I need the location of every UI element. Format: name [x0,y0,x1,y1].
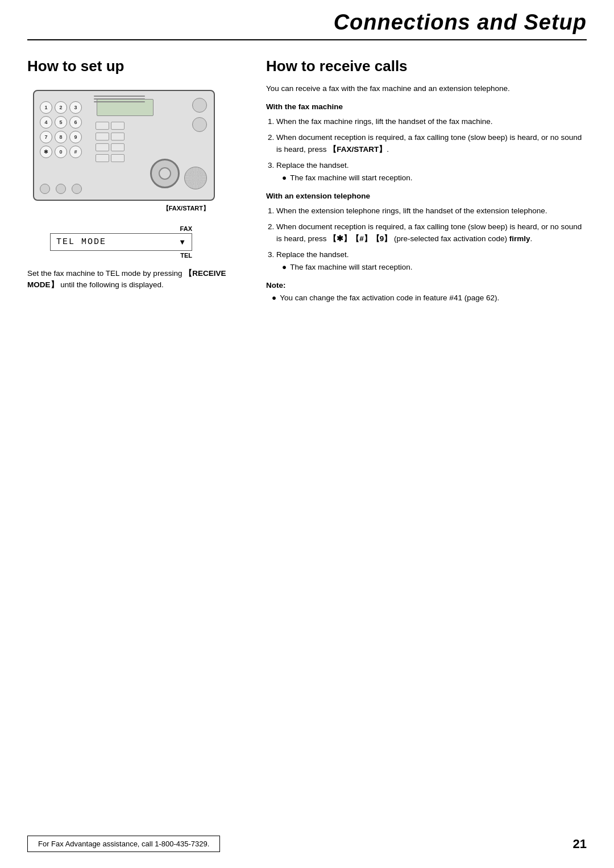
footer: For Fax Advantage assistance, call 1-800… [27,836,587,852]
fax-nav-wheel [150,159,180,188]
note-bullet-1: You can change the fax activation code i… [272,292,587,304]
fax-right-buttons [192,98,207,132]
fax-btn-7 [96,154,109,162]
fax-btn-4 [111,133,125,140]
fax-indicator-label: FAX [180,225,192,232]
key-star: ✱ [40,146,52,158]
fax-btn-3 [96,133,109,140]
key-3: 3 [69,101,82,114]
footer-assistance-text: For Fax Advantage assistance, call 1-800… [38,840,209,848]
key-0: 0 [55,146,67,158]
tel-mode-display-box: TEL MODE ▼ [50,233,192,251]
ext-bullet-list: The fax machine will start reception. [282,261,587,274]
header: Connections and Setup [0,0,614,35]
fax-keypad: 1 2 3 4 5 6 7 8 9 ✱ 0 # [40,101,82,158]
tel-indicator-label: TEL [50,252,192,259]
content-area: How to set up 【RECEIVE MODE】 1 2 [0,40,614,304]
tel-mode-arrow: ▼ [179,238,186,246]
right-section-heading: How to receive calls [266,57,587,75]
ext-step-3: Replace the handset. The fax machine wil… [276,249,587,273]
key-8: 8 [55,131,67,143]
fax-machine-illustration: 1 2 3 4 5 6 7 8 9 ✱ 0 # [33,90,215,201]
note-heading: Note: [266,281,587,290]
extension-section: With an extension telephone When the ext… [266,192,587,273]
footer-page-number: 21 [573,837,587,852]
fax-start-label: 【FAX/START】 [163,205,209,212]
footer-assistance: For Fax Advantage assistance, call 1-800… [27,836,220,852]
fax-line-2 [94,98,145,100]
page-container: Connections and Setup How to set up 【REC… [0,0,614,868]
fax-bullet-1: The fax machine will start reception. [282,172,587,184]
fax-bottom-area [40,184,82,194]
fax-line-1 [94,96,145,97]
key-7: 7 [40,131,52,143]
key-1: 1 [40,101,52,114]
fax-bottom-circle-3 [72,184,82,194]
extension-subheading: With an extension telephone [266,192,587,200]
fax-bullet-list: The fax machine will start reception. [282,172,587,184]
key-4: 4 [40,116,52,129]
key-6: 6 [69,116,82,129]
fax-speaker [184,167,207,189]
fax-btn-6 [111,143,125,151]
note-bullet-list: You can change the fax activation code i… [272,292,587,304]
fax-diagram-wrapper: 【RECEIVE MODE】 1 2 3 4 5 6 [33,90,226,259]
tel-mode-display-text: TEL MODE [56,237,106,247]
extension-steps: When the extension telephone rings, lift… [276,205,587,273]
ext-bullet-1: The fax machine will start reception. [282,261,587,274]
right-column: How to receive calls You can receive a f… [266,57,587,304]
left-column: How to set up 【RECEIVE MODE】 1 2 [27,57,243,304]
key-9: 9 [69,131,82,143]
fax-btn-2 [111,122,125,130]
key-5: 5 [55,116,67,129]
ext-step-2: When document reception is required, a f… [276,221,587,245]
fax-btn-1 [96,122,109,130]
fax-btn-5 [96,143,109,151]
fax-btn-8 [111,154,125,162]
page-title: Connections and Setup [334,10,587,34]
key-hash: # [69,146,82,158]
fax-nav-wheel-inner [159,167,171,180]
tel-mode-container: FAX TEL MODE ▼ TEL [50,225,209,259]
fax-right-btn-1 [192,98,207,113]
intro-text: You can receive a fax with the fax machi… [266,83,587,94]
setup-text-2: until the following is displayed. [60,280,164,289]
fax-machine-subheading: With the fax machine [266,102,587,111]
setup-text: Set the fax machine to TEL mode by press… [27,268,243,291]
fax-mid-buttons [96,122,125,163]
fax-right-btn-2 [192,117,207,132]
fax-line-3 [94,101,145,102]
fax-paper-lines [94,96,145,102]
note-section: Note: You can change the fax activation … [266,281,587,304]
fax-bottom-circle-2 [56,184,66,194]
left-section-heading: How to set up [27,57,243,75]
setup-text-1: Set the fax machine to TEL mode by press… [27,269,182,278]
fax-step-3: Replace the handset. The fax machine wil… [276,159,587,184]
fax-machine-steps: When the fax machine rings, lift the han… [276,115,587,184]
fax-machine-section: With the fax machine When the fax machin… [266,102,587,184]
key-2: 2 [55,101,67,114]
ext-step-1: When the extension telephone rings, lift… [276,205,587,217]
fax-step-1: When the fax machine rings, lift the han… [276,115,587,128]
fax-bottom-circle-1 [40,184,50,194]
fax-step-2: When document reception is required, a f… [276,131,587,156]
